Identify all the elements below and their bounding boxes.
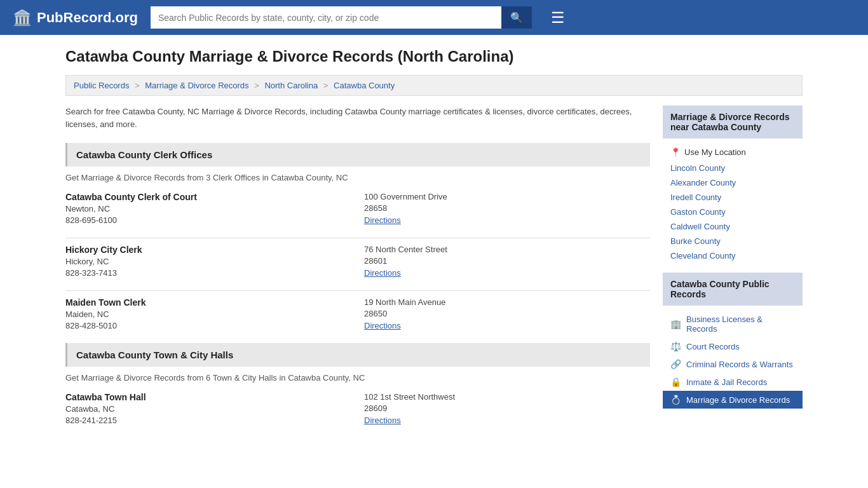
- site-logo[interactable]: 🏛️ PubRecord.org: [13, 9, 138, 27]
- sidebar-public-records-header: Catawba County Public Records: [663, 273, 803, 306]
- marriage-icon: 💍: [670, 395, 681, 405]
- office-zip: 28650: [364, 309, 650, 318]
- page-container: Catawba County Marriage & Divorce Record…: [53, 35, 815, 451]
- office-address: 100 Government Drive: [364, 192, 650, 201]
- office-right: 19 North Main Avenue 28650 Directions: [364, 297, 650, 330]
- breadcrumb-link-catawba[interactable]: Catawba County: [334, 81, 395, 90]
- search-input[interactable]: [151, 6, 501, 29]
- office-entry: Catawba Town Hall Catawba, NC 828-241-22…: [65, 392, 650, 425]
- office-city: Maiden, NC: [65, 309, 351, 319]
- sidebar-use-location[interactable]: 📍 Use My Location: [663, 144, 803, 161]
- office-city: Hickory, NC: [65, 257, 351, 266]
- office-left: Catawba County Clerk of Court Newton, NC…: [65, 192, 351, 225]
- sidebar-public-records: Catawba County Public Records 🏢 Business…: [663, 273, 803, 409]
- breadcrumb-link-marriage[interactable]: Marriage & Divorce Records: [145, 81, 248, 90]
- office-zip: 28601: [364, 256, 650, 266]
- search-button[interactable]: 🔍: [501, 6, 532, 29]
- content-layout: Search for free Catawba County, NC Marri…: [65, 105, 803, 438]
- inmate-icon: 🔒: [670, 377, 681, 387]
- inmate-label: Inmate & Jail Records: [686, 377, 767, 387]
- sidebar-nearby-header: Marriage & Divorce Records near Catawba …: [663, 105, 803, 139]
- clerk-offices-desc: Get Marriage & Divorce Records from 3 Cl…: [65, 173, 650, 182]
- office-name: Maiden Town Clerk: [65, 297, 351, 308]
- breadcrumb-link-nc[interactable]: North Carolina: [264, 81, 318, 90]
- clerk-offices-section: Catawba County Clerk Offices Get Marriag…: [65, 143, 650, 330]
- search-bar: 🔍: [151, 6, 532, 29]
- office-phone: 828-428-5010: [65, 321, 351, 330]
- sidebar-marriage-records[interactable]: 💍 Marriage & Divorce Records: [663, 391, 803, 409]
- office-phone: 828-241-2215: [65, 416, 351, 425]
- main-content: Search for free Catawba County, NC Marri…: [65, 105, 650, 438]
- business-icon: 🏢: [670, 319, 681, 329]
- breadcrumb-sep-3: >: [323, 81, 329, 90]
- office-right: 100 Government Drive 28658 Directions: [364, 192, 650, 225]
- directions-link[interactable]: Directions: [364, 416, 401, 425]
- court-label: Court Records: [686, 342, 740, 351]
- sidebar-county-caldwell[interactable]: Caldwell County: [663, 219, 803, 234]
- divider: [65, 238, 650, 238]
- sidebar-county-cleveland[interactable]: Cleveland County: [663, 248, 803, 263]
- sidebar: Marriage & Divorce Records near Catawba …: [663, 105, 803, 438]
- office-city: Newton, NC: [65, 204, 351, 214]
- directions-link[interactable]: Directions: [364, 321, 401, 330]
- directions-link[interactable]: Directions: [364, 268, 401, 278]
- office-right: 102 1st Street Northwest 28609 Direction…: [364, 392, 650, 425]
- breadcrumb-sep-2: >: [254, 81, 259, 90]
- directions-link[interactable]: Directions: [364, 215, 401, 225]
- menu-icon[interactable]: ☰: [551, 9, 565, 27]
- logo-text: PubRecord.org: [37, 10, 138, 26]
- town-halls-section: Catawba County Town & City Halls Get Mar…: [65, 343, 650, 425]
- location-icon: 📍: [670, 147, 681, 157]
- breadcrumb-sep-1: >: [135, 81, 140, 90]
- office-entry: Hickory City Clerk Hickory, NC 828-323-7…: [65, 245, 650, 278]
- sidebar-county-burke[interactable]: Burke County: [663, 234, 803, 248]
- office-city: Catawba, NC: [65, 404, 351, 414]
- marriage-label: Marriage & Divorce Records: [686, 395, 790, 405]
- office-right: 76 North Center Street 28601 Directions: [364, 245, 650, 278]
- divider: [65, 290, 650, 291]
- logo-icon: 🏛️: [13, 9, 32, 27]
- sidebar-criminal-records[interactable]: 🔗 Criminal Records & Warrants: [663, 355, 803, 373]
- sidebar-county-lincoln[interactable]: Lincoln County: [663, 161, 803, 175]
- office-entry: Maiden Town Clerk Maiden, NC 828-428-501…: [65, 297, 650, 330]
- sidebar-court-records[interactable]: ⚖️ Court Records: [663, 337, 803, 355]
- sidebar-business-licenses[interactable]: 🏢 Business Licenses & Records: [663, 311, 803, 337]
- sidebar-inmate-records[interactable]: 🔒 Inmate & Jail Records: [663, 373, 803, 391]
- breadcrumb-link-public-records[interactable]: Public Records: [74, 81, 129, 90]
- office-zip: 28609: [364, 403, 650, 413]
- office-entry: Catawba County Clerk of Court Newton, NC…: [65, 192, 650, 225]
- clerk-offices-header: Catawba County Clerk Offices: [65, 143, 650, 166]
- office-name: Catawba County Clerk of Court: [65, 192, 351, 202]
- office-address: 19 North Main Avenue: [364, 297, 650, 307]
- breadcrumb: Public Records > Marriage & Divorce Reco…: [65, 75, 803, 96]
- office-name: Hickory City Clerk: [65, 245, 351, 255]
- site-header: 🏛️ PubRecord.org 🔍 ☰: [0, 0, 868, 35]
- use-location-label: Use My Location: [684, 147, 746, 157]
- office-left: Maiden Town Clerk Maiden, NC 828-428-501…: [65, 297, 351, 330]
- sidebar-county-iredell[interactable]: Iredell County: [663, 190, 803, 205]
- business-label: Business Licenses & Records: [686, 315, 795, 334]
- page-title: Catawba County Marriage & Divorce Record…: [65, 48, 803, 65]
- court-icon: ⚖️: [670, 341, 681, 351]
- office-zip: 28658: [364, 203, 650, 213]
- criminal-icon: 🔗: [670, 359, 681, 369]
- page-description: Search for free Catawba County, NC Marri…: [65, 105, 650, 130]
- office-address: 102 1st Street Northwest: [364, 392, 650, 402]
- town-halls-desc: Get Marriage & Divorce Records from 6 To…: [65, 373, 650, 383]
- sidebar-county-gaston[interactable]: Gaston County: [663, 205, 803, 219]
- office-phone: 828-695-6100: [65, 215, 351, 225]
- office-phone: 828-323-7413: [65, 268, 351, 278]
- town-halls-header: Catawba County Town & City Halls: [65, 343, 650, 367]
- office-address: 76 North Center Street: [364, 245, 650, 254]
- office-left: Catawba Town Hall Catawba, NC 828-241-22…: [65, 392, 351, 425]
- office-left: Hickory City Clerk Hickory, NC 828-323-7…: [65, 245, 351, 278]
- criminal-label: Criminal Records & Warrants: [686, 360, 793, 369]
- office-name: Catawba Town Hall: [65, 392, 351, 402]
- sidebar-county-alexander[interactable]: Alexander County: [663, 175, 803, 190]
